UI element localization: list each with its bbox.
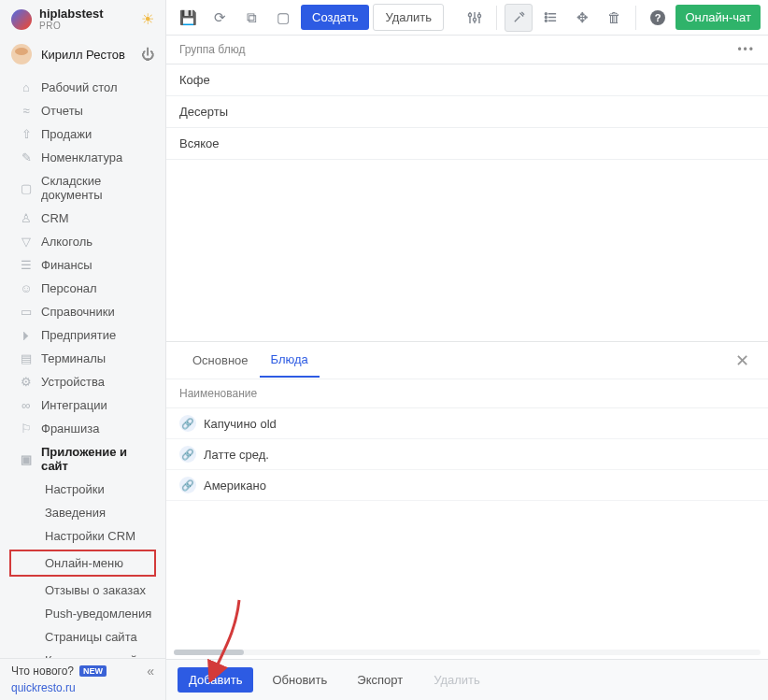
- save-icon[interactable]: 💾: [174, 4, 202, 32]
- flag-icon: ⚐: [19, 421, 34, 436]
- detail-row[interactable]: 🔗 Латте сред.: [166, 439, 768, 470]
- nav-label: Складские документы: [22, 174, 154, 202]
- grid-row[interactable]: Кофе: [166, 64, 768, 96]
- nav-enterprise[interactable]: ⏵Предприятие: [0, 323, 165, 347]
- nav-app-site[interactable]: ▣Приложение и сайт: [0, 440, 165, 478]
- collapse-sidebar-icon[interactable]: «: [147, 664, 154, 679]
- nav-alcohol[interactable]: ▽Алкоголь: [0, 230, 165, 253]
- delete-button[interactable]: Удалить: [373, 4, 444, 31]
- sub-push[interactable]: Push-уведомления: [0, 602, 165, 625]
- user-name: Кирилл Рестов: [41, 48, 132, 62]
- nav-label: Интеграции: [22, 398, 107, 412]
- online-chat-button[interactable]: Онлайн-чат: [676, 5, 761, 30]
- nav-desktop[interactable]: ⌂Рабочий стол: [0, 76, 165, 99]
- nav-franchise[interactable]: ⚐Франшиза: [0, 417, 165, 440]
- sub-site-builder[interactable]: Конструктор сайта: [0, 649, 165, 658]
- svg-text:?: ?: [655, 12, 661, 23]
- detail-column-header[interactable]: Наименование: [166, 379, 768, 408]
- more-icon[interactable]: •••: [737, 43, 755, 56]
- sub-pages[interactable]: Страницы сайта: [0, 625, 165, 649]
- delete-disabled-button: Удалить: [421, 666, 492, 693]
- sidebar-header: hiplabstest PRO ☀: [0, 0, 165, 35]
- nav-nomenclature[interactable]: ✎Номенклатура: [0, 146, 165, 169]
- brand-name: hiplabstest: [39, 7, 134, 21]
- grid-column-header[interactable]: Группа блюд: [179, 43, 245, 56]
- sidebar-user[interactable]: Кирилл Рестов ⏻: [0, 35, 165, 76]
- link-chain-icon: 🔗: [179, 446, 196, 463]
- sub-online-menu[interactable]: Онлайн-меню: [9, 550, 156, 577]
- detail-row[interactable]: 🔗 Американо: [166, 470, 768, 501]
- nav-integrations[interactable]: ∞Интеграции: [0, 393, 165, 417]
- cart-icon: ⇧: [19, 127, 34, 142]
- trash-icon[interactable]: 🗑: [600, 4, 628, 32]
- nav-terminals[interactable]: ▤Терминалы: [0, 347, 165, 370]
- svg-point-9: [545, 13, 547, 15]
- sub-reviews[interactable]: Отзывы о заказах: [0, 579, 165, 602]
- refresh-button[interactable]: Обновить: [261, 667, 338, 693]
- nav-reports[interactable]: ≈Отчеты: [0, 99, 165, 122]
- link-chain-icon: 🔗: [179, 415, 196, 432]
- svg-point-11: [545, 20, 547, 21]
- help-icon[interactable]: ?: [644, 4, 672, 32]
- sub-crm-settings[interactable]: Настройки CRM: [0, 524, 165, 548]
- building-icon: ⏵: [19, 328, 34, 343]
- sub-locations[interactable]: Заведения: [0, 501, 165, 524]
- nav-crm[interactable]: ♙CRM: [0, 207, 165, 230]
- horizontal-scrollbar[interactable]: [174, 650, 761, 655]
- nav-label: Номенклатура: [22, 150, 122, 164]
- nav-devices[interactable]: ⚙Устройства: [0, 370, 165, 393]
- sidebar: hiplabstest PRO ☀ Кирилл Рестов ⏻ ⌂Рабоч…: [0, 0, 166, 700]
- sub-settings[interactable]: Настройки: [0, 478, 165, 501]
- whats-new-label: Что нового?: [11, 664, 74, 678]
- detail-row[interactable]: 🔗 Капучино old: [166, 408, 768, 439]
- tools-icon[interactable]: [505, 4, 533, 32]
- nav-sales[interactable]: ⇧Продажи: [0, 122, 165, 146]
- nav-staff[interactable]: ☺Персонал: [0, 277, 165, 300]
- book-icon: ▭: [19, 305, 34, 320]
- sync-icon[interactable]: ⟳: [206, 4, 234, 32]
- export-button[interactable]: Экспорт: [346, 667, 414, 693]
- move-icon[interactable]: ✥: [568, 4, 596, 32]
- nav-label: Устройства: [22, 375, 105, 389]
- nav-stock-docs[interactable]: ▢Складские документы: [0, 169, 165, 207]
- link-chain-icon: 🔗: [179, 477, 196, 493]
- link-icon: ∞: [19, 398, 34, 413]
- avatar: [11, 44, 32, 64]
- nav-label: Рабочий стол: [22, 80, 118, 94]
- home-icon: ⌂: [19, 80, 34, 95]
- main-area: 💾 ⟳ ⧉ ▢ Создать Удалить ✥ 🗑 ? Онлайн-ч: [166, 0, 768, 700]
- chart-icon: ≈: [19, 104, 34, 119]
- add-button[interactable]: Добавить: [178, 667, 253, 693]
- power-icon[interactable]: ⏻: [141, 47, 154, 62]
- detail-panel: Основное Блюда ✕ Наименование 🔗 Капучино…: [166, 341, 768, 700]
- copy-icon[interactable]: ⧉: [237, 4, 265, 32]
- grid-rows: Кофе Десерты Всякое: [166, 64, 768, 160]
- gear-icon: ⚙: [19, 375, 34, 390]
- nav-finance[interactable]: ☰Финансы: [0, 253, 165, 277]
- screen-icon[interactable]: ▢: [269, 4, 297, 32]
- svg-point-5: [478, 14, 481, 17]
- nav-label: Предприятие: [22, 328, 116, 342]
- list-icon[interactable]: [536, 4, 564, 32]
- close-panel-icon[interactable]: ✕: [732, 347, 753, 375]
- sliders-icon[interactable]: [461, 4, 489, 32]
- detail-tabs: Основное Блюда ✕: [166, 342, 768, 379]
- grid-row[interactable]: Всякое: [166, 128, 768, 160]
- theme-sun-icon[interactable]: ☀: [141, 10, 154, 28]
- tab-main[interactable]: Основное: [181, 344, 260, 377]
- toolbar: 💾 ⟳ ⧉ ▢ Создать Удалить ✥ 🗑 ? Онлайн-ч: [166, 0, 768, 36]
- footer-site-link[interactable]: quickresto.ru: [11, 681, 154, 694]
- grid-row[interactable]: Десерты: [166, 96, 768, 128]
- svg-point-4: [474, 18, 476, 21]
- whats-new[interactable]: Что нового? NEW «: [11, 664, 154, 678]
- tab-dishes[interactable]: Блюда: [260, 343, 320, 378]
- person-icon: ☺: [19, 281, 34, 296]
- grid-header: Группа блюд •••: [166, 36, 768, 64]
- crm-icon: ♙: [19, 211, 34, 226]
- detail-bottom-bar: Добавить Обновить Экспорт Удалить: [166, 659, 768, 700]
- create-button[interactable]: Создать: [301, 5, 369, 30]
- box-icon: ▢: [19, 180, 34, 195]
- sidebar-nav: ⌂Рабочий стол ≈Отчеты ⇧Продажи ✎Номенкла…: [0, 76, 165, 658]
- nav-reference[interactable]: ▭Справочники: [0, 300, 165, 323]
- grid-area: Группа блюд ••• Кофе Десерты Всякое Осно…: [166, 36, 768, 700]
